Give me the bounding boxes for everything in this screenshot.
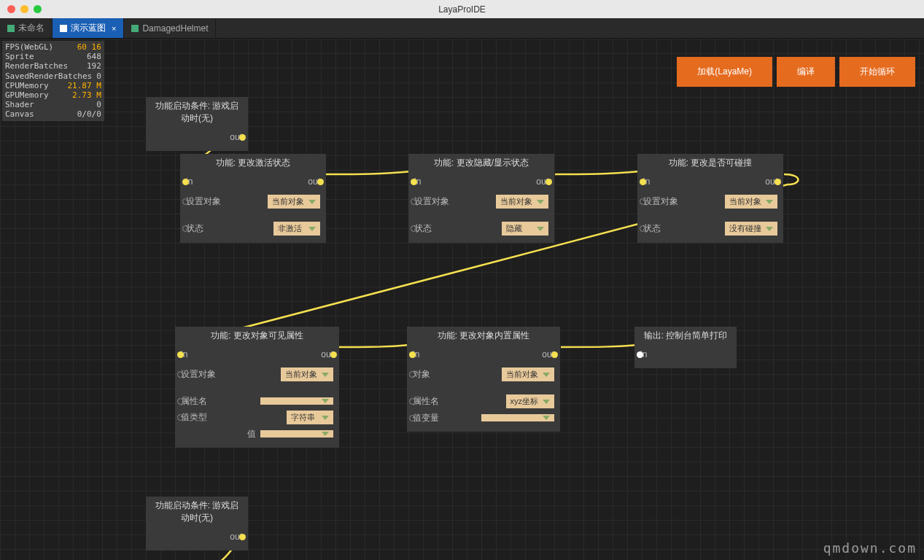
node-builtin-prop[interactable]: 功能: 更改对象内置属性 inout 对象当前对象 属性名xyz坐标 值变量 — [407, 327, 560, 432]
node-visible-prop[interactable]: 功能: 更改对象可见属性 inout 设置对象当前对象 属性名 值类型字符串 值 — [175, 327, 339, 448]
close-icon[interactable]: × — [112, 24, 116, 33]
watermark: qmdown.com — [823, 540, 917, 556]
file-icon — [60, 25, 67, 32]
target-dropdown[interactable]: 当前对象 — [268, 195, 320, 209]
port-out[interactable] — [330, 351, 337, 358]
port-in[interactable] — [409, 415, 416, 421]
minimize-window-icon[interactable] — [20, 5, 28, 13]
start-loop-button[interactable]: 开始循环 — [839, 57, 915, 87]
valtype-dropdown[interactable]: 字符串 — [287, 411, 333, 424]
port-in[interactable] — [177, 398, 184, 405]
port-in[interactable] — [411, 179, 417, 185]
value-input[interactable] — [260, 430, 333, 438]
tabbar: 未命名 演示蓝图× DamagedHelmet — [0, 18, 924, 39]
file-icon — [131, 25, 139, 32]
tab-unnamed[interactable]: 未命名 — [0, 18, 53, 38]
file-icon — [7, 25, 15, 32]
port-out[interactable] — [774, 179, 781, 185]
target-dropdown[interactable]: 当前对象 — [281, 368, 333, 381]
status-dropdown[interactable]: 没有碰撞 — [725, 222, 777, 236]
port-out[interactable] — [551, 351, 558, 358]
object-dropdown[interactable]: 当前对象 — [502, 368, 554, 381]
propname-dropdown[interactable] — [260, 397, 333, 405]
action-buttons: 加载(LayaMe) 编译 开始循环 — [677, 57, 915, 87]
port-in[interactable] — [409, 371, 416, 378]
node-activate[interactable]: 功能: 更改激活状态 inout 设置对象当前对象 状态非激活 — [180, 154, 326, 243]
port-in[interactable] — [411, 225, 417, 232]
port-in[interactable] — [411, 198, 417, 205]
stats-panel: FPS(WebGL)60 16 Sprite648 RenderBatches1… — [2, 41, 104, 121]
port-in[interactable] — [182, 198, 189, 205]
port-out[interactable] — [239, 534, 246, 540]
titlebar: LayaProIDE — [0, 0, 924, 18]
wires — [0, 39, 924, 560]
port-in[interactable] — [409, 351, 416, 358]
port-in[interactable] — [177, 371, 184, 378]
port-in[interactable] — [182, 179, 189, 185]
port-in[interactable] — [177, 351, 184, 358]
load-button[interactable]: 加载(LayaMe) — [677, 57, 772, 87]
node-collision[interactable]: 功能: 更改是否可碰撞 inout 设置对象当前对象 状态没有碰撞 — [637, 154, 783, 243]
tab-damagedhelmet[interactable]: DamagedHelmet — [124, 18, 216, 38]
port-in[interactable] — [177, 414, 184, 421]
compile-button[interactable]: 编译 — [777, 57, 835, 87]
port-in[interactable] — [640, 179, 646, 185]
port-out[interactable] — [546, 179, 552, 185]
node-start-1[interactable]: 功能启动条件: 游戏启动时(无) out — [146, 97, 248, 151]
port-out[interactable] — [239, 134, 246, 141]
port-in[interactable] — [637, 351, 643, 358]
status-dropdown[interactable]: 非激活 — [273, 222, 320, 236]
status-dropdown[interactable]: 隐藏 — [502, 222, 548, 236]
port-out[interactable] — [317, 179, 324, 185]
node-start-2[interactable]: 功能启动条件: 游戏启动时(无) out — [146, 497, 248, 551]
node-console-print[interactable]: 输出: 控制台简单打印 in — [634, 327, 737, 368]
port-in[interactable] — [182, 225, 189, 232]
port-in[interactable] — [640, 225, 646, 232]
node-canvas[interactable]: FPS(WebGL)60 16 Sprite648 RenderBatches1… — [0, 39, 924, 560]
tab-blueprint[interactable]: 演示蓝图× — [53, 18, 124, 38]
port-in[interactable] — [640, 198, 646, 205]
target-dropdown[interactable]: 当前对象 — [496, 195, 548, 209]
close-window-icon[interactable] — [7, 5, 15, 13]
target-dropdown[interactable]: 当前对象 — [725, 195, 777, 209]
propname-dropdown[interactable]: xyz坐标 — [506, 394, 555, 408]
window-controls — [7, 5, 42, 13]
window-title: LayaProIDE — [438, 4, 486, 15]
port-in[interactable] — [409, 398, 416, 405]
valvar-input[interactable] — [481, 414, 554, 421]
maximize-window-icon[interactable] — [34, 5, 42, 13]
node-visibility[interactable]: 功能: 更改隐藏/显示状态 inout 设置对象当前对象 状态隐藏 — [408, 154, 554, 243]
